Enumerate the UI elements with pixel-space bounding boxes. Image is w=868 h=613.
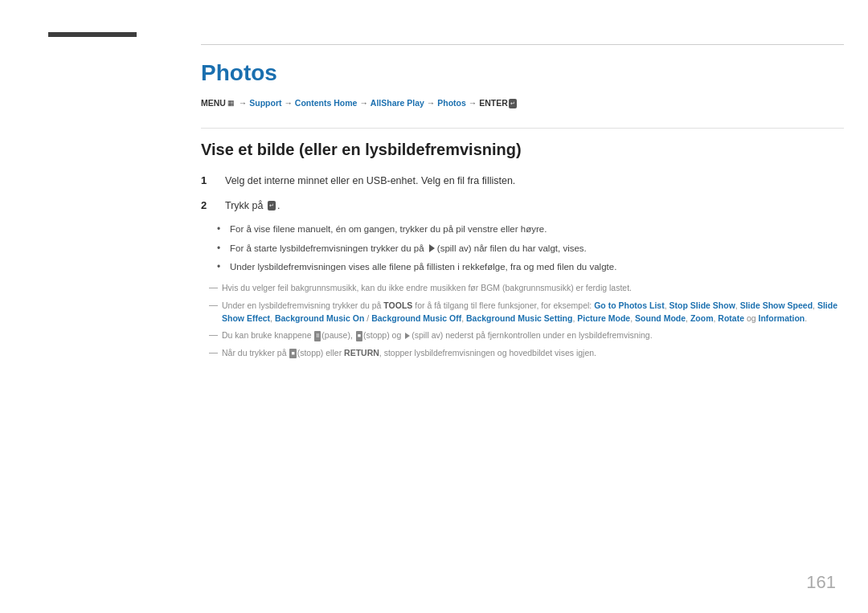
page-title: Photos bbox=[201, 60, 844, 86]
main-content: Photos MENU▦ → Support → Contents Home →… bbox=[201, 0, 844, 613]
note-text-4: Når du trykker på ■(stopp) eller RETURN,… bbox=[222, 347, 596, 360]
bullet-dot-2: • bbox=[217, 242, 230, 254]
notes-section: — Hvis du velger feil bakgrunnsmusikk, k… bbox=[201, 282, 844, 360]
bullet-item-1: • For å vise filene manuelt, én om gange… bbox=[217, 223, 844, 236]
bullet-item-3: • Under lysbildefremvisningen vises alle… bbox=[217, 260, 844, 274]
menu-allshare: AllShare Play bbox=[371, 98, 424, 108]
menu-photos: Photos bbox=[437, 98, 466, 108]
section-divider bbox=[201, 128, 844, 129]
section-title: Vise et bilde (eller en lysbildefremvisn… bbox=[201, 141, 844, 159]
enter-icon-2: ↵ bbox=[268, 201, 276, 211]
note-item-2: — Under en lysbildefremvisning trykker d… bbox=[209, 300, 844, 325]
note-dash-2: — bbox=[209, 300, 222, 309]
menu-contents-home: Contents Home bbox=[295, 98, 358, 108]
menu-label: MENU bbox=[201, 98, 226, 108]
step-1: 1 Velg det interne minnet eller en USB-e… bbox=[201, 174, 844, 189]
play-icon-2 bbox=[405, 333, 410, 339]
note-item-3: — Du kan bruke knappene II(pause), ■(sto… bbox=[209, 329, 844, 342]
sidebar-accent-bar bbox=[48, 32, 137, 37]
note-dash-4: — bbox=[209, 347, 222, 357]
note-text-3: Du kan bruke knappene II(pause), ■(stopp… bbox=[222, 329, 653, 342]
sidebar bbox=[0, 0, 185, 613]
step-number-1: 1 bbox=[201, 174, 220, 186]
note-text-2: Under en lysbildefremvisning trykker du … bbox=[222, 300, 844, 325]
bullet-text-2: For å starte lysbildefremvisningen trykk… bbox=[230, 242, 587, 255]
bullet-item-2: • For å starte lysbildefremvisningen try… bbox=[217, 242, 844, 255]
note-text-1: Hvis du velger feil bakgrunnsmusikk, kan… bbox=[222, 282, 632, 295]
bullet-text-1: For å vise filene manuelt, én om gangen,… bbox=[230, 223, 547, 236]
step-text-2: Trykk på ↵. bbox=[225, 198, 280, 214]
note-dash-1: — bbox=[209, 282, 222, 292]
menu-breadcrumb: MENU▦ → Support → Contents Home → AllSha… bbox=[201, 97, 844, 110]
bullet-text-3: Under lysbildefremvisningen vises alle f… bbox=[230, 260, 616, 274]
step-number-2: 2 bbox=[201, 198, 220, 211]
pause-icon: II bbox=[314, 331, 321, 341]
step-2: 2 Trykk på ↵. bbox=[201, 198, 844, 214]
note-item-4: — Når du trykker på ■(stopp) eller RETUR… bbox=[209, 347, 844, 360]
stop-icon: ■ bbox=[356, 331, 362, 341]
step-text-1: Velg det interne minnet eller en USB-enh… bbox=[225, 174, 515, 189]
bullet-dot-1: • bbox=[217, 223, 230, 235]
bullet-dot-3: • bbox=[217, 260, 230, 272]
menu-support: Support bbox=[249, 98, 281, 108]
menu-enter: ENTER bbox=[479, 98, 508, 108]
stop-icon-2: ■ bbox=[289, 349, 296, 359]
bullet-list: • For å vise filene manuelt, én om gange… bbox=[217, 223, 844, 274]
note-item-1: — Hvis du velger feil bakgrunnsmusikk, k… bbox=[209, 282, 844, 295]
play-icon-1 bbox=[429, 244, 435, 252]
menu-icon: ▦ bbox=[227, 99, 235, 107]
enter-icon: ↵ bbox=[509, 99, 517, 109]
note-dash-3: — bbox=[209, 329, 222, 339]
page-number: 161 bbox=[806, 572, 836, 593]
